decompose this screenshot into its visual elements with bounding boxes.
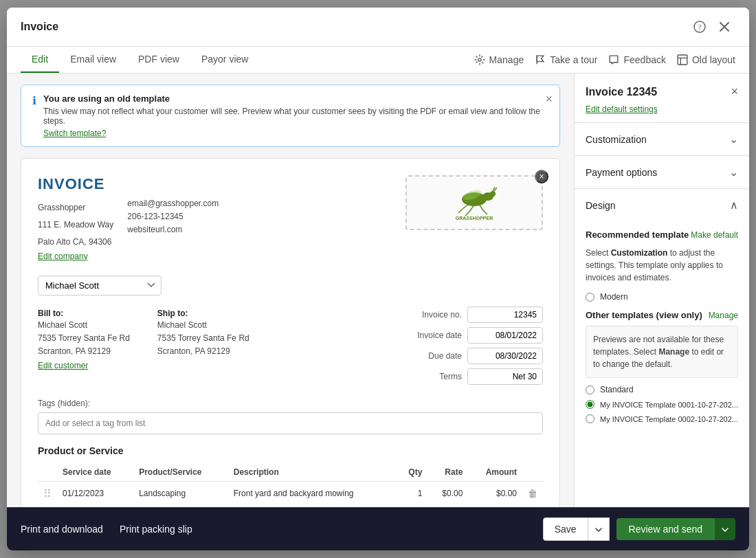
edit-customer-link[interactable]: Edit customer (38, 361, 130, 370)
product-cell: Landscaping (133, 481, 228, 506)
old-layout-action[interactable]: Old layout (677, 54, 735, 65)
design-accordion-header[interactable]: Design ∧ (575, 189, 749, 221)
table-header-row: Service date Product/Service Description… (38, 463, 543, 482)
customization-title: Customization (586, 134, 647, 145)
product-service-header: Product/Service (133, 463, 228, 482)
invoice-no-input[interactable] (467, 306, 543, 323)
footer-right: Save Review and send (543, 517, 735, 541)
ship-name: Michael Scott (157, 319, 249, 332)
print-packing-slip-button[interactable]: Print packing slip (120, 524, 192, 535)
alert-close-button[interactable]: × (545, 92, 553, 107)
svg-rect-3 (678, 55, 687, 65)
customization-accordion-header[interactable]: Customization ⌄ (575, 123, 749, 155)
qty-cell: 1 (396, 481, 427, 506)
delete-row-button[interactable]: 🗑 (528, 488, 537, 499)
drag-handle-cell: ⠿ (38, 481, 57, 506)
drag-handle-icon[interactable]: ⠿ (43, 488, 52, 500)
my-template-2-radio[interactable] (586, 414, 594, 423)
tab-pdf-view[interactable]: PDF view (127, 47, 190, 73)
ship-address: 7535 Torrey Santa Fe Rd (157, 332, 249, 345)
save-button[interactable]: Save (543, 517, 588, 541)
due-date-input[interactable] (467, 348, 543, 364)
amount-header: Amount (468, 463, 522, 482)
invoice-date-row: Invoice date (400, 327, 543, 344)
my-template-1-label: My INVOICE Template 0001-10-27-202... (600, 401, 738, 409)
bill-address: 7535 Torrey Santa Fe Rd (38, 332, 130, 345)
bill-name: Michael Scott (38, 319, 130, 332)
ship-city: Scranton, PA 92129 (157, 345, 249, 358)
customer-select-row: Michael Scott (38, 276, 543, 295)
modern-radio[interactable] (586, 293, 594, 302)
svg-line-11 (479, 204, 483, 210)
details-row: Bill to: Michael Scott 7535 Torrey Santa… (38, 306, 543, 385)
take-tour-action[interactable]: Take a tour (535, 54, 597, 65)
invoice-fields: Invoice no. Invoice date Due date (400, 306, 543, 385)
alert-title: You are using an old template (43, 93, 548, 104)
design-accordion: Design ∧ Recommended template Make defau… (575, 188, 749, 437)
review-group: Review and send (614, 518, 735, 540)
old-layout-label: Old layout (692, 54, 735, 65)
tab-email-view[interactable]: Email view (59, 47, 127, 73)
print-download-button[interactable]: Print and download (21, 524, 103, 535)
other-templates-label: Other templates (view only) (586, 310, 702, 320)
feedback-action[interactable]: Feedback (608, 54, 665, 65)
other-templates-manage-link[interactable]: Manage (709, 311, 738, 320)
logo-remove-button[interactable]: × (535, 170, 548, 183)
edit-default-settings-link[interactable]: Edit default settings (575, 104, 749, 122)
payment-options-chevron-icon: ⌄ (729, 166, 738, 179)
tabs-right: Manage Take a tour Feedback Old layout (474, 54, 735, 65)
invoice-date-input[interactable] (467, 327, 543, 344)
qty-header: Qty (396, 463, 427, 482)
company-details: Grasshopper 111 E. Meadow Way Palo Alto … (38, 197, 113, 262)
drag-col-header (38, 463, 57, 482)
tab-payor-view[interactable]: Payor view (190, 47, 259, 73)
standard-radio[interactable] (586, 386, 594, 394)
design-content: Recommended template Make default Select… (575, 221, 749, 437)
tabs-left: Edit Email view PDF view Payor view (21, 47, 259, 73)
company-phone: 206-123-12345 (127, 210, 219, 223)
customer-select[interactable]: Michael Scott (38, 276, 162, 295)
manage-action[interactable]: Manage (474, 54, 524, 65)
tags-section: Tags (hidden): (38, 399, 543, 434)
switch-template-link[interactable]: Switch template? (43, 129, 548, 138)
svg-line-14 (483, 210, 487, 214)
invoice-card: INVOICE Grasshopper 111 E. Meadow Way Pa… (21, 158, 560, 507)
right-panel-header: Invoice 12345 × (575, 74, 749, 104)
save-dropdown-button[interactable] (588, 517, 610, 541)
invoice-top-row: INVOICE Grasshopper 111 E. Meadow Way Pa… (38, 175, 543, 262)
design-template-row: Recommended template Make default (586, 230, 738, 240)
bill-city: Scranton, PA 92129 (38, 345, 130, 358)
terms-input[interactable] (467, 368, 543, 385)
company-email: email@grasshopper.com (127, 197, 219, 210)
footer: Print and download Print packing slip Sa… (7, 507, 749, 550)
edit-company-link[interactable]: Edit company (38, 252, 88, 261)
due-date-label: Due date (400, 351, 462, 361)
help-button[interactable]: ? (689, 16, 711, 38)
tags-input[interactable] (38, 412, 543, 434)
payment-options-accordion: Payment options ⌄ (575, 155, 749, 188)
payment-options-accordion-header[interactable]: Payment options ⌄ (575, 156, 749, 188)
my-template-2-radio-option[interactable]: My INVOICE Template 0002-10-27-202... (586, 414, 738, 423)
take-tour-label: Take a tour (550, 54, 597, 65)
right-panel-close-button[interactable]: × (731, 85, 738, 99)
modal-header-actions: ? (689, 16, 735, 38)
review-send-button[interactable]: Review and send (616, 518, 715, 540)
company-city: Palo Alto CA, 94306 (38, 236, 113, 249)
close-button[interactable] (713, 16, 735, 38)
review-dropdown-button[interactable] (715, 518, 735, 540)
modern-radio-option[interactable]: Modern (586, 292, 738, 302)
description-header: Description (228, 463, 396, 482)
service-date-cell: 01/12/2023 (57, 481, 133, 506)
make-default-link[interactable]: Make default (691, 230, 738, 240)
other-templates-row: Other templates (view only) Manage (586, 310, 738, 320)
company-section: INVOICE Grasshopper 111 E. Meadow Way Pa… (38, 175, 219, 262)
right-panel-title: Invoice 12345 (586, 86, 657, 98)
standard-radio-option[interactable]: Standard (586, 385, 738, 394)
my-template-1-radio[interactable] (586, 400, 594, 409)
tab-edit[interactable]: Edit (21, 47, 59, 73)
templates-note: Previews are not available for these tem… (586, 326, 738, 378)
my-template-1-radio-option[interactable]: My INVOICE Template 0001-10-27-202... (586, 400, 738, 409)
company-website: websiteurl.com (127, 223, 219, 236)
bill-to-block: Bill to: Michael Scott 7535 Torrey Santa… (38, 306, 130, 371)
info-icon: ℹ (32, 94, 36, 138)
